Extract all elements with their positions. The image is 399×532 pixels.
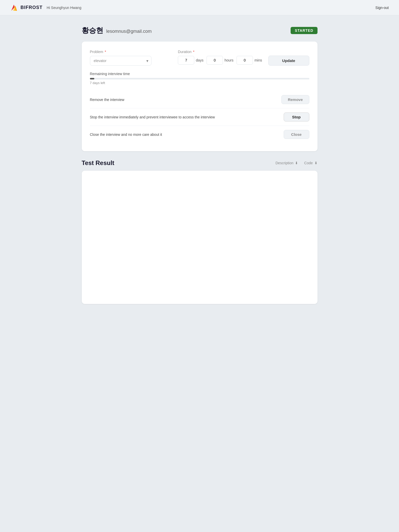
code-download-button[interactable]: Code ⬇ xyxy=(304,161,317,165)
action-description-remove: Remove the interview xyxy=(90,98,125,102)
mins-field: mins xyxy=(237,56,262,65)
problem-label: Problem * xyxy=(90,50,172,54)
mins-input[interactable] xyxy=(237,56,253,65)
problem-select[interactable]: elevator xyxy=(90,56,151,66)
test-result-content xyxy=(82,171,318,304)
action-row-stop: Stop the interview immediately and preve… xyxy=(90,108,309,126)
test-result-title: Test Result xyxy=(82,159,115,167)
duration-inputs: days hours mins xyxy=(178,56,262,65)
header-greeting: Hi Seunghyun Hwang xyxy=(47,6,81,10)
action-rows: Remove the interviewRemoveStop the inter… xyxy=(90,91,309,143)
description-download-icon: ⬇ xyxy=(295,161,298,165)
bifrost-logo-icon xyxy=(10,4,18,12)
settings-card: Problem * elevator ▾ Duration * da xyxy=(82,42,318,151)
problem-select-wrapper: elevator ▾ xyxy=(90,56,151,66)
remaining-label: Remaining interview time xyxy=(90,72,309,76)
hours-field: hours xyxy=(207,56,233,65)
progress-bar-fill xyxy=(90,78,94,79)
main-content: 황승현 lesomnus@gmail.com STARTED Problem *… xyxy=(77,15,323,314)
remaining-section: Remaining interview time 7 days left xyxy=(90,72,309,85)
header-left: BIFROST Hi Seunghyun Hwang xyxy=(10,4,81,12)
mins-unit: mins xyxy=(254,58,262,62)
stop-button[interactable]: Stop xyxy=(284,112,309,121)
progress-bar-container xyxy=(90,78,309,79)
code-link-text: Code xyxy=(304,161,313,165)
hours-unit: hours xyxy=(224,58,233,62)
update-button[interactable]: Update xyxy=(268,56,309,66)
logo: BIFROST xyxy=(10,4,43,12)
action-description-stop: Stop the interview immediately and preve… xyxy=(90,115,215,119)
problem-required: * xyxy=(104,50,106,54)
duration-label: Duration * xyxy=(178,50,262,54)
code-download-icon: ⬇ xyxy=(314,161,318,165)
days-unit: days xyxy=(196,58,203,62)
form-row: Problem * elevator ▾ Duration * da xyxy=(90,50,309,66)
status-badge: STARTED xyxy=(291,27,317,34)
sign-out-button[interactable]: Sign-out xyxy=(375,6,389,10)
description-download-button[interactable]: Description ⬇ xyxy=(275,161,298,165)
days-input[interactable] xyxy=(178,56,194,65)
test-result-actions: Description ⬇ Code ⬇ xyxy=(275,161,318,165)
user-info-row: 황승현 lesomnus@gmail.com STARTED xyxy=(82,26,318,35)
action-row-close: Close the interview and no more care abo… xyxy=(90,126,309,143)
duration-group: Duration * days hours mins xyxy=(178,50,262,65)
duration-required: * xyxy=(192,50,194,54)
remove-button[interactable]: Remove xyxy=(281,95,309,104)
description-link-text: Description xyxy=(275,161,293,165)
test-result-section: Test Result Description ⬇ Code ⬇ xyxy=(82,159,318,304)
days-left: 7 days left xyxy=(90,81,309,85)
days-field: days xyxy=(178,56,203,65)
header: BIFROST Hi Seunghyun Hwang Sign-out xyxy=(0,0,399,15)
close-button[interactable]: Close xyxy=(284,130,309,139)
test-result-header: Test Result Description ⬇ Code ⬇ xyxy=(82,159,318,167)
action-row-remove: Remove the interviewRemove xyxy=(90,91,309,108)
logo-text: BIFROST xyxy=(21,5,43,10)
user-name: 황승현 xyxy=(82,26,103,35)
action-description-close: Close the interview and no more care abo… xyxy=(90,132,162,137)
user-email: lesomnus@gmail.com xyxy=(106,29,152,34)
user-name-email: 황승현 lesomnus@gmail.com xyxy=(82,26,152,35)
problem-group: Problem * elevator ▾ xyxy=(90,50,172,66)
hours-input[interactable] xyxy=(207,56,223,65)
